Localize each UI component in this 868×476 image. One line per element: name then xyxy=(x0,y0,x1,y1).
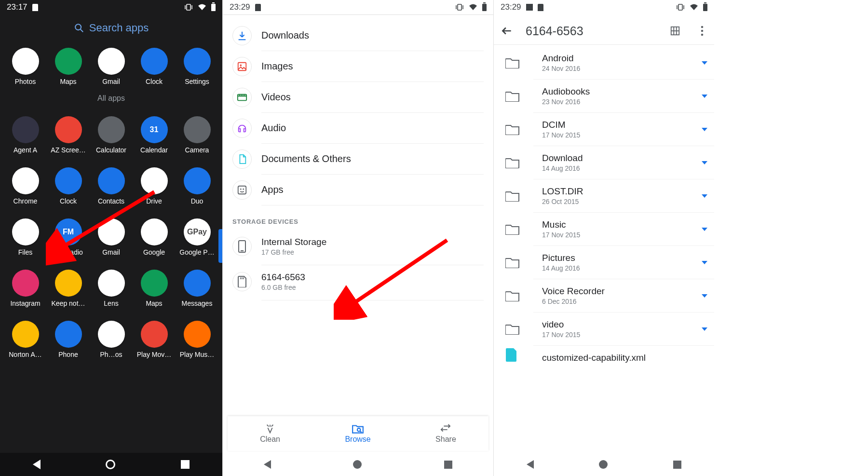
tab-browse[interactable]: Browse xyxy=(345,423,370,444)
chevron-down-icon[interactable] xyxy=(702,228,707,231)
scrollbar[interactable] xyxy=(218,229,222,263)
app-lens[interactable]: Lens xyxy=(90,270,133,307)
app-ph-os[interactable]: Ph…os xyxy=(90,321,133,358)
svg-rect-6 xyxy=(458,4,461,10)
folder-date: 6 Dec 2016 xyxy=(542,298,605,305)
folder-row[interactable]: video17 Nov 2015 xyxy=(533,313,714,346)
svg-point-21 xyxy=(357,428,361,432)
app-play-mov-[interactable]: Play Mov… xyxy=(133,321,176,358)
chevron-down-icon[interactable] xyxy=(702,294,707,298)
app-camera[interactable]: Camera xyxy=(176,116,218,154)
sim-icon xyxy=(32,4,38,11)
app-messages[interactable]: Messages xyxy=(176,270,218,307)
app-maps[interactable]: Maps xyxy=(133,270,176,307)
app-clock[interactable]: Clock xyxy=(47,167,90,205)
more-icon[interactable] xyxy=(697,26,707,36)
app-google[interactable]: Google xyxy=(133,218,176,256)
back-button[interactable] xyxy=(527,460,534,469)
tab-clean[interactable]: Clean xyxy=(260,423,280,444)
home-button[interactable] xyxy=(106,460,115,469)
app-label: Keep not… xyxy=(51,299,85,307)
app-az-scree-[interactable]: AZ Scree… xyxy=(47,116,90,154)
category-documents-others[interactable]: Documents & Others xyxy=(261,144,484,175)
app-phone[interactable]: Phone xyxy=(47,321,90,358)
category-images[interactable]: Images xyxy=(261,51,484,82)
folder-row[interactable]: DCIM17 Nov 2015 xyxy=(533,113,714,146)
back-icon[interactable] xyxy=(501,25,513,37)
category-icon xyxy=(232,150,252,169)
app-gmail[interactable]: Gmail xyxy=(90,48,133,85)
app-keep-not-[interactable]: Keep not… xyxy=(47,270,90,307)
app-label: Contacts xyxy=(98,197,124,205)
app-clock[interactable]: Clock xyxy=(133,48,176,85)
chevron-down-icon[interactable] xyxy=(702,261,707,264)
svg-rect-0 xyxy=(187,4,190,10)
wifi-icon xyxy=(469,4,477,11)
app-contacts[interactable]: Contacts xyxy=(90,167,133,205)
recents-button[interactable] xyxy=(181,460,190,469)
app-icon xyxy=(184,321,211,348)
app-maps[interactable]: Maps xyxy=(47,48,90,85)
home-button[interactable] xyxy=(599,460,608,469)
category-downloads[interactable]: Downloads xyxy=(261,20,484,51)
back-button[interactable] xyxy=(33,460,41,469)
app-gmail[interactable]: Gmail xyxy=(90,218,133,256)
folder-row[interactable]: Android24 Nov 2016 xyxy=(533,46,714,80)
app-drive[interactable]: Drive xyxy=(133,167,176,205)
storage-internal-storage[interactable]: Internal Storage17 GB free xyxy=(261,230,484,265)
folder-row[interactable]: Audiobooks23 Nov 2016 xyxy=(533,80,714,113)
category-audio[interactable]: Audio xyxy=(261,113,484,144)
app-norton-a-[interactable]: Norton A… xyxy=(4,321,47,358)
category-icon xyxy=(232,26,252,45)
tab-share[interactable]: Share xyxy=(435,423,456,444)
app-play-mus-[interactable]: Play Mus… xyxy=(176,321,218,358)
page-title: 6164-6563 xyxy=(526,24,653,38)
home-button[interactable] xyxy=(353,460,362,469)
app-duo[interactable]: Duo xyxy=(176,167,218,205)
folder-icon xyxy=(505,123,520,135)
folder-row[interactable]: Download14 Aug 2016 xyxy=(533,146,714,179)
file-row[interactable]: customized-capability.xml xyxy=(533,346,714,370)
chevron-down-icon[interactable] xyxy=(702,61,707,65)
category-videos[interactable]: Videos xyxy=(261,82,484,113)
storage-name: 6164-6563 xyxy=(261,272,305,283)
folder-row[interactable]: Pictures14 Aug 2016 xyxy=(533,246,714,279)
app-icon xyxy=(184,270,211,297)
app-settings[interactable]: Settings xyxy=(176,48,218,85)
app-label: Agent A xyxy=(14,146,37,154)
all-apps-grid: Agent AAZ Scree…Calculator31CalendarCame… xyxy=(0,103,222,358)
app-agent-a[interactable]: Agent A xyxy=(4,116,47,154)
app-calculator[interactable]: Calculator xyxy=(90,116,133,154)
folder-list[interactable]: Android24 Nov 2016Audiobooks23 Nov 2016D… xyxy=(494,46,714,453)
recents-button[interactable] xyxy=(444,461,452,469)
storage-6164-6563[interactable]: 6164-65636.0 GB free xyxy=(261,265,484,300)
app-icon xyxy=(55,167,82,194)
chevron-down-icon[interactable] xyxy=(702,194,707,198)
app-chrome[interactable]: Chrome xyxy=(4,167,47,205)
folder-icon xyxy=(505,57,520,68)
app-icon: FM xyxy=(55,218,82,245)
app-fm-radio[interactable]: FMFM Radio xyxy=(47,218,90,256)
status-bar: 23:29 xyxy=(494,0,714,14)
app-instagram[interactable]: Instagram xyxy=(4,270,47,307)
chevron-down-icon[interactable] xyxy=(702,128,707,131)
chevron-down-icon[interactable] xyxy=(702,327,707,331)
folder-row[interactable]: LOST.DIR26 Oct 2015 xyxy=(533,179,714,213)
view-grid-icon[interactable] xyxy=(666,26,684,36)
app-google-p-[interactable]: GPayGoogle P… xyxy=(176,218,218,256)
chevron-down-icon[interactable] xyxy=(702,161,707,164)
category-apps[interactable]: Apps xyxy=(261,175,484,205)
app-icon xyxy=(12,270,39,297)
svg-rect-12 xyxy=(238,186,246,194)
folder-row[interactable]: Music17 Nov 2015 xyxy=(533,213,714,246)
app-files[interactable]: Files xyxy=(4,218,47,256)
category-label: Audio xyxy=(261,122,286,134)
recents-button[interactable] xyxy=(673,461,681,469)
back-button[interactable] xyxy=(264,460,271,469)
folder-row[interactable]: Voice Recorder6 Dec 2016 xyxy=(533,279,714,313)
search-apps[interactable]: Search apps xyxy=(0,22,222,34)
app-photos[interactable]: Photos xyxy=(4,48,47,85)
app-calendar[interactable]: 31Calendar xyxy=(133,116,176,154)
chevron-down-icon[interactable] xyxy=(702,95,707,98)
storage-sub: 17 GB free xyxy=(261,248,326,256)
